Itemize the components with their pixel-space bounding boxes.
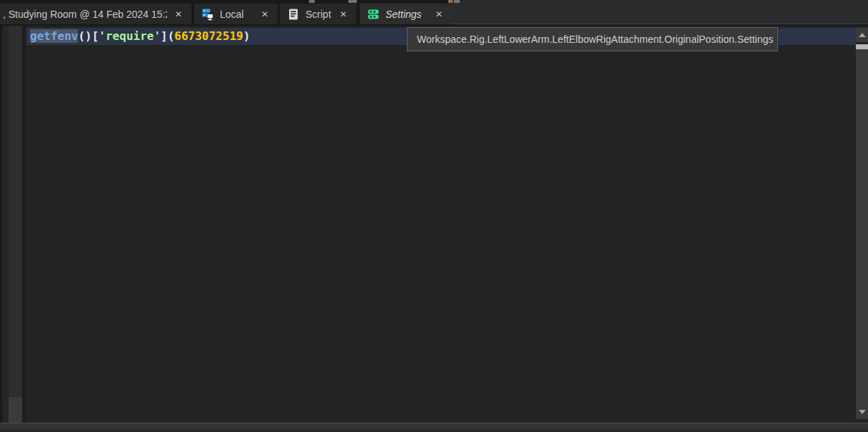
tab-local[interactable]: Local ✕ [194,4,278,24]
left-panel-strip [2,26,9,423]
code-token-bracket: ) [243,29,251,43]
code-token-bracket: ()[ [78,29,99,43]
tab-close-icon[interactable]: ✕ [338,9,349,20]
code-line: getfenv()['require'](6673072519) [30,28,250,45]
editor-body: getfenv()['require'](6673072519) [0,26,868,423]
scroll-up-button[interactable] [856,28,868,42]
tab-settings[interactable]: Settings ✕ [360,4,452,24]
local-server-icon [201,8,214,21]
horizontal-scrollbar-track [0,429,868,432]
gutter-scrollbar-thumb[interactable] [9,397,22,423]
settings-icon [367,8,380,21]
tab-close-icon[interactable]: ✕ [259,9,271,20]
clipped-icon-fragment [309,0,315,3]
tab-close-icon[interactable]: ✕ [173,9,184,20]
code-token-number: 6673072519 [174,29,243,43]
tab-label: Settings [385,9,428,20]
instance-path-tooltip: Workspace.Rig.LeftLowerArm.LeftElbowRigA… [407,27,778,51]
horizontal-scrollbar-bar [0,423,868,432]
triangle-up-icon [859,33,866,37]
tab-label: Local [220,9,253,20]
script-editor-window: , Studying Room @ 14 Feb 2024 15:29 ✕ Lo… [0,0,868,432]
tab-script[interactable]: Script ✕ [280,4,356,24]
tab-label: Script [306,9,332,20]
tab-close-icon[interactable]: ✕ [433,9,445,20]
code-editor-surface[interactable]: getfenv()['require'](6673072519) [26,26,856,423]
vertical-scrollbar[interactable] [856,26,868,423]
code-token-builtin: getfenv [30,29,78,43]
clipped-icon-fragment [448,0,453,3]
clipped-icon-fragment [348,0,357,3]
tab-bar: , Studying Room @ 14 Feb 2024 15:29 ✕ Lo… [0,0,868,26]
triangle-down-icon [859,410,866,414]
tab-place-session[interactable]: , Studying Room @ 14 Feb 2024 15:29 ✕ [0,4,191,24]
script-document-icon [287,8,300,21]
tooltip-text: Workspace.Rig.LeftLowerArm.LeftElbowRigA… [417,34,773,45]
tab-label: , Studying Room @ 14 Feb 2024 15:29 [3,9,167,20]
scrollbar-thumb[interactable] [856,44,868,49]
code-token-string: 'require' [99,29,161,43]
code-token-bracket: ]( [161,29,174,43]
left-gutter-strip [9,26,22,423]
clipped-icon-fragment [454,0,460,3]
tab-bar-empty-area [452,0,868,24]
scrollbar-track[interactable] [856,49,868,405]
scroll-down-button[interactable] [856,405,868,419]
